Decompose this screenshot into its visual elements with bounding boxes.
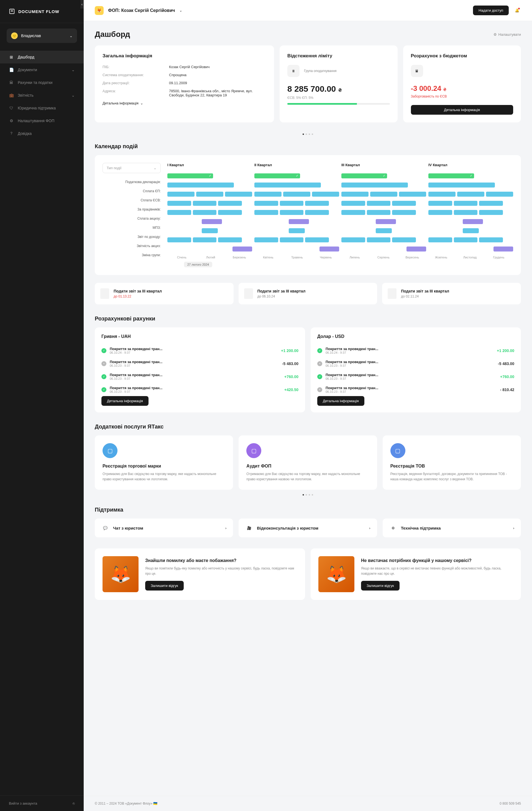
calendar-bar [493,246,513,251]
service-card[interactable]: ▢Аудит ФОПОтримаємо для Вас свідоцтво на… [239,435,377,490]
calendar-bar [167,210,191,215]
report-date: до 02.11.24 [401,294,449,298]
tx-title: Покриття за проведені тран... [325,373,497,377]
grant-access-button[interactable]: Надати доступ [473,5,509,15]
support-card[interactable]: 💬Чат з юристом› [95,519,233,537]
calendar-bar [367,238,391,242]
report-title: Подати звіт за III квартал [113,289,162,293]
feedback-button[interactable]: Залишити відгук [145,581,184,591]
calendar-bar [486,192,513,197]
calendar-bar [457,192,484,197]
calendar-row-label: Сплата ЄСВ: [103,197,161,203]
transaction-row: ✓Покриття за проведені тран...06.10.24 -… [102,344,299,357]
calendar-bar [167,201,191,206]
calendar-bar [497,183,513,187]
calendar-bar [254,210,278,215]
month-label: Серпень [369,256,398,259]
calendar-bar-row [167,209,252,216]
calendar-bar-row [254,246,339,252]
month-label: Липень [340,256,369,259]
nav-reports[interactable]: 💼Звітність⌄ [0,89,84,102]
report-card[interactable]: Подати звіт за III кварталдо 02.11.24 [382,283,521,304]
calendar-bar [454,238,478,242]
transaction-row: •Покриття за проведені тран...06.10.23 -… [102,357,299,370]
calendar-bar [289,219,309,224]
carousel-dots[interactable] [95,494,521,495]
account-name: Долар - USD [317,334,514,339]
support-icon: 🎥 [245,524,253,532]
budget-sub: Заборгованість по ЄСВ [411,94,513,98]
carousel-dots[interactable] [95,134,521,135]
month-label: Квітень [254,256,283,259]
nav: ⊞Дашборд 📄Документи⌄ 🏛Рахунки та податки… [0,48,84,795]
calendar-bar [306,228,339,233]
service-icon: ▢ [391,443,405,458]
service-card[interactable]: ▢Реєстрація ТОВРеєстрація, ведення бухга… [383,435,521,490]
brand-logo: DOCUMENT FLOW [0,0,84,23]
grid-icon: ⊞ [9,55,14,60]
report-card[interactable]: Подати звіт за III кварталдо 01.13.22 [95,283,233,304]
nav-documents[interactable]: 📄Документи⌄ [0,63,84,76]
notifications-icon[interactable]: 🔔 [513,7,521,14]
calendar-bar-row [341,227,426,234]
nav-dashboard[interactable]: ⊞Дашборд [0,51,84,63]
support-card[interactable]: 🎥Відеоконсультація з юристом› [239,519,377,537]
tx-status-icon: ✓ [102,348,106,353]
tx-date: 06.10.23 - 9:37 [325,390,497,393]
calendar-bar-row: ✓ [341,172,426,179]
calendar-bar [479,210,503,215]
calendar-bar [393,228,426,233]
calendar-bar [193,238,217,242]
sidebar: ‹ DOCUMENT FLOW 🙂 Владислав ⌄ ⊞Дашборд 📄… [0,0,84,811]
nav-label: Звітність [18,93,33,97]
calendar-bar [428,219,461,224]
account-details-button[interactable]: Детальна інформація [102,396,149,406]
page-title: Дашборд [95,30,130,39]
service-card[interactable]: ▢Реєстрація торгової маркиОтримаємо для … [95,435,233,490]
sidebar-collapse[interactable]: ‹ [80,0,84,9]
calendar-bar [218,210,242,215]
info-value: Козак Сергій Сергійович [169,65,266,69]
tx-title: Покриття за проведені тран... [325,347,493,351]
logout-button[interactable]: Вийти з аккаунта⎋ [0,795,84,811]
nav-legal[interactable]: 🛡Юридична підтримка [0,102,84,114]
calendar-bar-row [167,246,252,252]
details-link[interactable]: Детальна інформація⌄ [103,101,266,105]
card-title: Розрахунок з бюджетом [411,53,513,59]
feedback-button[interactable]: Залишити відгук [361,581,399,591]
budget-details-button[interactable]: Детальна інформація [411,105,513,115]
calendar-bar-row [167,200,252,206]
select-label: Тип події [107,166,121,170]
calendar-bar [193,201,217,206]
report-card[interactable]: Подати звіт за III кварталдо 06.10.24 [239,283,377,304]
quarter-title: I Квартал [167,163,252,167]
calendar-bar [280,238,304,242]
user-selector[interactable]: 🙂 Владислав ⌄ [7,29,77,43]
calendar-bar: ✓ [341,173,387,178]
calendar-bar [254,183,321,187]
calendar-quarter: I Квартал✓ [167,163,252,252]
support-title: Відеоконсультація з юристом [257,526,365,531]
limit-percent: ЄСВ: 5% ЄП: 5% [287,96,390,100]
calendar-bar [202,219,222,224]
nav-invoices[interactable]: 🏛Рахунки та податки [0,76,84,89]
calendar-bar-row [428,182,513,188]
footer: © 2011 – 2024 ТОВ «Документ Флоу» 🇺🇦 0 8… [84,796,532,811]
calendar-bar [463,228,479,233]
support-card[interactable]: ⚙Технічна підтримка› [383,519,521,537]
tx-status-icon: ✓ [102,387,106,392]
chevron-down-icon[interactable]: ⌄ [179,8,182,13]
calendar-bar [341,210,365,215]
card-title: Відстеження ліміту [287,53,390,59]
group-badge: II [287,65,300,77]
nav-help[interactable]: ？Довідка [0,127,84,140]
page-settings-button[interactable]: ⚙Налаштувати [493,32,521,36]
nav-settings[interactable]: ⚙Налаштування ФОП [0,114,84,127]
transaction-row: •Покриття за проведені тран...06.10.23 -… [317,383,514,396]
event-type-select[interactable]: Тип події⌄ [103,163,161,173]
month-label: Вересень [398,256,427,259]
support-icon: ⚙ [389,524,397,532]
account-details-button[interactable]: Детальна інформація [317,396,364,406]
calendar-bar [218,201,242,206]
tx-title: Покриття за проведені тран... [325,386,497,390]
